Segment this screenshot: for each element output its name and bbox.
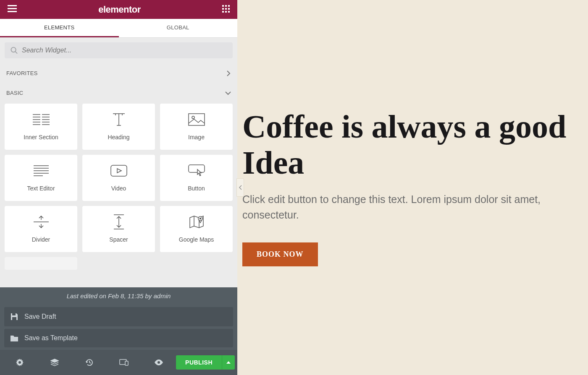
svg-rect-1 xyxy=(8,8,17,9)
preview-canvas[interactable]: Coffee is always a good Idea Click edit … xyxy=(237,0,588,375)
hero-text[interactable]: Click edit button to change this text. L… xyxy=(242,192,570,223)
responsive-icon[interactable] xyxy=(107,359,142,366)
category-favorites[interactable]: FAVORITES xyxy=(5,66,233,84)
widget-video[interactable]: Video xyxy=(82,155,155,201)
save-draft-button[interactable]: Save Draft xyxy=(4,307,233,326)
panel-content: FAVORITES BASIC Inner Section Heading xyxy=(0,38,237,287)
save-template-button[interactable]: Save as Template xyxy=(4,329,233,347)
save-template-label: Save as Template xyxy=(24,334,78,342)
caret-up-icon xyxy=(226,361,231,364)
hamburger-menu-icon[interactable] xyxy=(8,5,17,14)
save-options-panel: Last edited on Feb 8, 11:35 by admin Sav… xyxy=(0,287,237,350)
svg-point-50 xyxy=(18,361,21,364)
svg-rect-10 xyxy=(225,11,227,13)
svg-rect-29 xyxy=(189,114,205,125)
widget-google-maps[interactable]: Google Maps xyxy=(160,206,233,252)
elementor-logo: elementor xyxy=(98,4,141,15)
svg-line-52 xyxy=(89,362,91,363)
svg-point-12 xyxy=(11,47,16,52)
widget-divider[interactable]: Divider xyxy=(5,206,77,252)
widget-spacer[interactable]: Spacer xyxy=(82,206,155,252)
widget-label: Text Editor xyxy=(27,185,55,192)
inner-section-icon xyxy=(33,111,50,128)
chevron-down-icon xyxy=(225,91,231,95)
svg-rect-36 xyxy=(111,165,127,176)
save-icon xyxy=(10,312,18,321)
svg-rect-49 xyxy=(12,317,16,320)
history-icon[interactable] xyxy=(72,359,107,366)
widget-label: Inner Section xyxy=(24,134,58,141)
tab-global[interactable]: GLOBAL xyxy=(119,19,238,37)
svg-rect-37 xyxy=(189,165,205,172)
svg-rect-0 xyxy=(8,5,17,6)
widget-button[interactable]: Button xyxy=(160,155,233,201)
folder-icon xyxy=(10,334,18,342)
editor-sidebar: elementor ELEMENTS GLOBAL FAVORITES BASI… xyxy=(0,0,237,375)
heading-icon xyxy=(111,111,126,128)
chevron-right-icon xyxy=(226,70,231,76)
widget-label: Video xyxy=(111,185,126,192)
category-label: BASIC xyxy=(6,90,24,96)
widget-partial[interactable] xyxy=(5,257,77,270)
svg-point-47 xyxy=(200,218,201,219)
widget-label: Heading xyxy=(108,134,129,141)
svg-rect-9 xyxy=(222,11,224,13)
widget-label: Image xyxy=(188,134,205,141)
svg-rect-4 xyxy=(225,5,227,7)
navigator-icon[interactable] xyxy=(37,359,72,366)
collapse-sidebar-handle[interactable] xyxy=(236,178,244,197)
widget-label: Google Maps xyxy=(179,236,214,243)
widget-label: Button xyxy=(188,185,205,192)
search-icon xyxy=(10,47,18,54)
svg-rect-6 xyxy=(222,8,224,10)
svg-rect-3 xyxy=(222,5,224,7)
last-edited-text: Last edited on Feb 8, 11:35 by admin xyxy=(0,287,237,305)
svg-rect-8 xyxy=(228,8,230,10)
map-icon xyxy=(189,214,204,230)
search-widget-box[interactable] xyxy=(5,42,233,58)
widget-grid: Inner Section Heading Image Text Editor xyxy=(5,104,233,270)
svg-line-13 xyxy=(15,52,17,54)
bottom-bar: PUBLISH xyxy=(0,350,237,375)
category-label: FAVORITES xyxy=(6,70,38,76)
category-basic[interactable]: BASIC xyxy=(5,84,233,104)
svg-rect-48 xyxy=(12,313,16,315)
widget-inner-section[interactable]: Inner Section xyxy=(5,104,77,150)
spacer-icon xyxy=(114,214,124,230)
widget-heading[interactable]: Heading xyxy=(82,104,155,150)
tab-elements[interactable]: ELEMENTS xyxy=(0,19,119,37)
hero-title[interactable]: Coffee is always a good Idea xyxy=(242,109,588,181)
svg-rect-5 xyxy=(228,5,230,7)
settings-icon[interactable] xyxy=(3,359,37,366)
book-now-button[interactable]: BOOK NOW xyxy=(242,242,318,266)
preview-icon[interactable] xyxy=(141,359,176,365)
save-draft-label: Save Draft xyxy=(24,313,56,320)
svg-point-30 xyxy=(192,116,194,119)
publish-button[interactable]: PUBLISH xyxy=(176,355,222,370)
svg-rect-2 xyxy=(8,11,17,12)
video-icon xyxy=(110,162,127,179)
search-input[interactable] xyxy=(22,47,227,54)
chevron-left-icon xyxy=(239,185,242,190)
widget-label: Spacer xyxy=(109,236,128,243)
apps-grid-icon[interactable] xyxy=(222,5,230,14)
widget-text-editor[interactable]: Text Editor xyxy=(5,155,77,201)
svg-rect-54 xyxy=(125,361,128,365)
svg-rect-11 xyxy=(228,11,230,13)
widget-image[interactable]: Image xyxy=(160,104,233,150)
svg-point-55 xyxy=(158,361,160,364)
divider-icon xyxy=(34,214,49,230)
svg-rect-7 xyxy=(225,8,227,10)
button-icon xyxy=(188,162,205,179)
image-icon xyxy=(188,111,205,128)
publish-options-caret[interactable] xyxy=(222,355,235,370)
text-editor-icon xyxy=(34,162,49,179)
sidebar-header: elementor xyxy=(0,0,237,19)
widget-label: Divider xyxy=(32,236,50,243)
panel-tabs: ELEMENTS GLOBAL xyxy=(0,19,237,38)
